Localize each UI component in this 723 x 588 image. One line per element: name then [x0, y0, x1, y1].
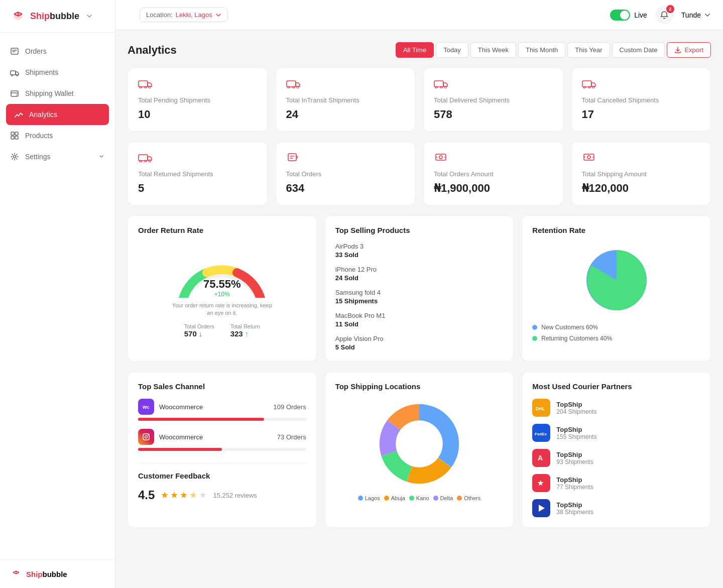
svg-point-36 [436, 157, 437, 158]
gauge-stat-return-label: Total Return [230, 323, 260, 329]
filter-today[interactable]: Today [436, 42, 468, 58]
returning-customers-label: Returning Customers 40% [541, 335, 612, 342]
svg-text:A: A [538, 454, 543, 462]
stat-pending-icon [138, 78, 257, 90]
product-sold-3: 11 Sold [335, 320, 504, 328]
svg-rect-33 [288, 154, 296, 161]
stat-shipping-amount-label: Total Shipping Amount [582, 170, 701, 178]
courier-info-3: TopShip 77 Shipments [556, 476, 593, 491]
stat-orders: Total Orders 634 [276, 142, 416, 205]
filter-this-month[interactable]: This Month [518, 42, 565, 58]
svg-point-47 [148, 435, 149, 436]
export-button[interactable]: Export [667, 42, 711, 58]
channel-name-1: Woocommerce [159, 433, 272, 441]
sidebar-item-shipping-wallet[interactable]: Shipping Wallet [0, 83, 115, 104]
stat-shipping-amount-icon [582, 152, 701, 164]
location-selector[interactable]: Location: Lekki, Lagos [140, 8, 228, 22]
stat-intransit-label: Total InTransit Shipments [286, 96, 405, 104]
stat-delivered: Total Delivered Shipments 578 [423, 68, 563, 132]
orders-arrow-down: ↓ [199, 329, 203, 338]
svg-rect-1 [11, 48, 18, 54]
channel-header-0: Wc Woocommerce 109 Orders [138, 399, 306, 415]
channel-item-0: Wc Woocommerce 109 Orders [138, 399, 306, 421]
sidebar: Shipbubble Orders [0, 0, 115, 588]
channel-progress-bg-0 [138, 418, 306, 421]
filter-this-week[interactable]: This Week [470, 42, 516, 58]
donut-container: Lagos Abuja Kano [335, 399, 504, 501]
courier-logo-2: A [532, 449, 550, 467]
top-sales-channel-title: Top Sales Channel [138, 382, 306, 391]
settings-chevron-icon [98, 153, 105, 160]
sidebar-item-orders[interactable]: Orders [0, 41, 115, 62]
star-1: ★ [161, 490, 169, 501]
sidebar-item-products[interactable]: Products [0, 125, 115, 146]
orders-icon [10, 47, 19, 56]
product-sold-0: 33 Sold [335, 251, 504, 259]
courier-name-0: TopShip [556, 401, 596, 408]
toggle-switch[interactable] [610, 10, 630, 21]
svg-point-4 [17, 75, 18, 76]
sidebar-item-shipments[interactable]: Shipments [0, 62, 115, 83]
page-title: Analytics [128, 44, 177, 57]
stat-delivered-icon [434, 78, 553, 90]
stat-orders-amount-label: Total Orders Amount [434, 170, 553, 178]
top-shipping-locations-title: Top Shipping Locations [335, 382, 504, 391]
filter-this-year[interactable]: This Year [567, 42, 610, 58]
stat-pending: Total Pending Shipments 10 [128, 68, 268, 132]
gauge-percent: 75.55% [203, 278, 241, 291]
svg-rect-45 [143, 434, 149, 440]
product-name-1: iPhone 12 Pro [335, 266, 504, 273]
stat-orders-amount-icon [434, 152, 553, 164]
gauge-wrapper: 75.55% +10% [172, 243, 272, 298]
courier-name-1: TopShip [556, 426, 596, 433]
svg-point-46 [145, 436, 148, 438]
gauge-stat-return-value: 323 ↑ [230, 329, 260, 338]
product-name-3: MacBook Pro M1 [335, 312, 504, 319]
stat-cancelled-value: 17 [582, 108, 701, 121]
shipments-label: Shipments [25, 68, 58, 76]
stats-row-2: Total Returned Shipments 5 Total Orders [128, 142, 711, 205]
live-toggle[interactable]: Live [610, 10, 647, 21]
legend-new-customers: New Customers 60% [532, 324, 700, 331]
courier-shipments-0: 204 Shipments [556, 408, 596, 415]
courier-logo-0: DHL [532, 399, 550, 417]
courier-a-icon: A [534, 450, 549, 465]
courier-logo-3: ★ [532, 474, 550, 492]
channel-list: Wc Woocommerce 109 Orders [138, 399, 306, 451]
filter-custom-date[interactable]: Custom Date [612, 42, 665, 58]
channel-header-1: Woocommerce 73 Orders [138, 429, 306, 445]
courier-item-2: A TopShip 93 Shipments [532, 449, 700, 467]
analytics-icon [14, 110, 23, 119]
stat-pending-label: Total Pending Shipments [138, 96, 257, 104]
settings-label: Settings [25, 153, 51, 161]
stat-cancelled: Total Cancelled Shipments 17 [571, 68, 711, 132]
sidebar-item-analytics[interactable]: Analytics [6, 104, 109, 125]
courier-star-icon: ★ [534, 476, 549, 491]
sidebar-nav: Orders Shipments [0, 33, 115, 559]
stat-returned-icon [138, 152, 257, 164]
stat-orders-value: 634 [286, 182, 405, 195]
svg-rect-29 [139, 155, 148, 161]
stat-returned-label: Total Returned Shipments [138, 170, 257, 178]
sidebar-item-settings[interactable]: Settings [0, 146, 115, 167]
star-2: ★ [170, 490, 178, 501]
review-count: 15,252 reviews [213, 492, 257, 499]
products-icon [10, 131, 19, 140]
donut-legend: Lagos Abuja Kano [358, 495, 481, 501]
legend-others: Others [457, 495, 480, 501]
gauge-stats: Total Orders 570 ↓ Total Return [184, 323, 260, 338]
courier-item-4: TopShip 38 Shipments [532, 499, 700, 517]
logo-text: Shipbubble [30, 11, 79, 22]
legend-others-label: Others [464, 495, 480, 501]
courier-name-4: TopShip [556, 501, 593, 509]
logo-chevron[interactable] [85, 12, 93, 20]
channel-progress-fill-0 [138, 418, 264, 421]
instagram-logo-icon [142, 433, 150, 441]
channel-progress-fill-1 [138, 448, 222, 451]
gauge-center-text: 75.55% +10% [203, 278, 241, 298]
user-menu[interactable]: Tunde [681, 11, 711, 19]
courier-item-3: ★ TopShip 77 Shipments [532, 474, 700, 492]
filter-all-time[interactable]: All Time [396, 42, 434, 58]
notification-button[interactable]: 2 [655, 6, 673, 24]
svg-rect-17 [287, 81, 296, 87]
